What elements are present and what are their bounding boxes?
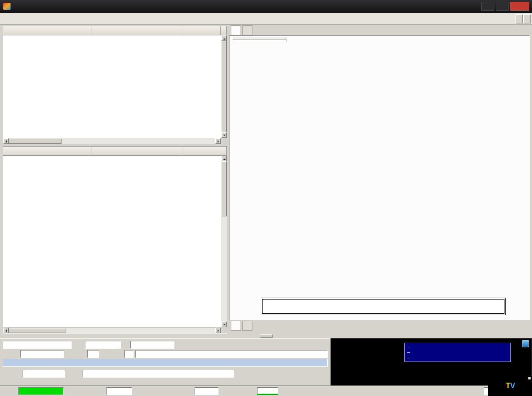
services-vertical-scrollbar[interactable] [221,35,227,138]
column-header-data-rate[interactable] [91,147,183,155]
license-field [22,370,65,378]
minimize-button[interactable] [481,2,494,11]
scroll-left-button[interactable] [3,328,9,333]
stream-info-panel [0,338,330,386]
stream-data-rate-box [233,38,286,42]
logo-text-tv: TV [506,382,515,390]
input-rate-field [106,387,132,395]
scrollbar-thumb[interactable] [222,41,227,132]
legend-row-payload: — [407,350,508,355]
pids-count-field [87,350,99,358]
series-value [442,350,479,355]
pids-vertical-scrollbar[interactable] [221,156,227,327]
scroll-down-button[interactable] [221,322,227,327]
priority-row[interactable] [3,359,328,367]
scroll-right-button[interactable] [215,138,221,144]
monitor-legend: — — — [404,343,511,362]
input-field [83,370,234,378]
main-tab-bar [0,13,532,25]
tab-trend-bottom[interactable] [242,321,252,331]
protv-logo: TV [488,376,532,396]
status-bar [0,386,532,396]
column-header-pids[interactable] [3,147,91,155]
tab-scroll-left-button[interactable] [515,14,523,23]
app-icon [3,3,11,10]
column-header-id[interactable] [183,26,221,35]
stuffing-dash-icon: — [407,355,414,361]
column-header-services[interactable] [3,26,91,35]
services-list-field [135,350,328,358]
main-area [0,25,532,338]
pids-table-header [3,147,227,156]
sw-version-field [85,341,121,349]
column-header-info[interactable] [183,147,227,155]
series-value [442,355,479,361]
tab-allocation-bottom[interactable] [231,321,241,331]
stream-rate-field [195,387,218,395]
scroll-up-button[interactable] [221,35,227,41]
column-header-data-rate[interactable] [91,26,183,35]
column-header-lcn[interactable] [221,26,227,35]
tab-scroll-right-button[interactable] [523,14,531,23]
scrollbar-thumb[interactable] [9,328,66,333]
services-table-header [3,26,227,35]
packets-counter [257,387,278,395]
allocation-tabs-top [231,25,254,35]
logo-mark [528,377,531,379]
scroll-down-button[interactable] [221,132,227,138]
bottom-info-area: — — — [0,338,532,386]
scrollbar-thumb[interactable] [9,139,62,144]
content-analyser-window: — — — [0,0,532,396]
scroll-up-button[interactable] [221,156,227,161]
pids-table [3,146,227,334]
allocation-panel [229,25,531,334]
tab-trend[interactable] [242,25,252,35]
services-table [3,26,227,144]
allocation-tabs-bottom [231,321,254,331]
splitter-handle[interactable] [260,334,273,338]
legend-row-stuffing: — [407,355,508,361]
allocation-pie-chart [230,36,529,320]
scrollbar-thumb[interactable] [222,161,227,216]
ip-field [130,341,174,349]
payload-dash-icon: — [407,350,414,355]
tsid-field [20,350,64,358]
legend-row-stream: — [407,344,508,350]
series-value [442,344,479,350]
allocation-chart-area [229,35,530,320]
maximize-button[interactable] [496,2,509,11]
scroll-left-button[interactable] [3,138,9,144]
pie-legend [261,298,506,315]
close-button[interactable] [510,2,529,11]
chart-tool-icon[interactable] [522,340,529,347]
series-name [414,350,442,355]
services-horizontal-scrollbar[interactable] [3,138,221,144]
stream-dash-icon: — [407,344,414,350]
series-name [414,355,442,361]
tab-allocation[interactable] [231,25,241,35]
pids-horizontal-scrollbar[interactable] [3,327,221,333]
sync-status-badge [18,387,64,395]
series-name [414,344,442,350]
datetime-field [3,341,72,349]
stream-box-value [233,40,286,42]
scroll-right-button[interactable] [215,328,221,333]
services-count-field [124,350,134,358]
title-bar[interactable] [0,0,532,13]
